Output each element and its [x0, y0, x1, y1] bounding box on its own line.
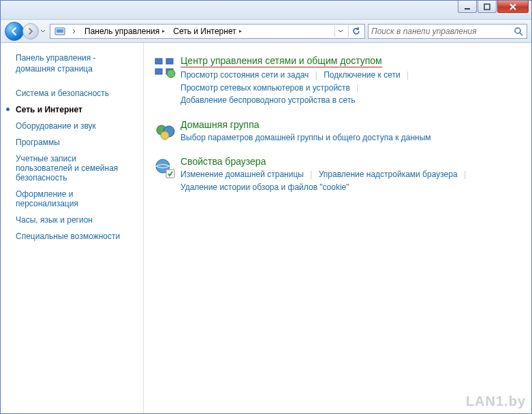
sublinks-row: Просмотр состояния сети и задач | Подклю… [181, 69, 519, 82]
nav-arrows [5, 22, 47, 41]
link-change-homepage[interactable]: Изменение домашней страницы [181, 170, 304, 179]
svg-rect-0 [465, 8, 470, 10]
close-button[interactable] [497, 1, 529, 13]
browser-icon [151, 156, 181, 193]
sidebar-item-network[interactable]: Сеть и Интернет [16, 101, 134, 118]
svg-point-10 [167, 69, 175, 78]
link-view-status[interactable]: Просмотр состояния сети и задач [181, 70, 309, 80]
watermark: LAN1.by [466, 394, 526, 409]
history-dropdown[interactable] [39, 22, 47, 41]
refresh-button[interactable] [348, 24, 363, 39]
search-input[interactable] [371, 27, 513, 36]
chevron-right-icon: ▸ [162, 28, 165, 34]
link-connect[interactable]: Подключение к сети [324, 70, 400, 80]
link-delete-history[interactable]: Удаление истории обзора и файлов "cookie… [181, 182, 349, 192]
maximize-button[interactable] [478, 1, 497, 13]
sidebar-item-appearance[interactable]: Оформление и персонализация [16, 186, 134, 212]
section-browser: Свойства браузера Изменение домашней стр… [151, 156, 519, 193]
sidebar-item-users[interactable]: Учетные записи пользователей и семейная … [16, 150, 134, 186]
control-panel-icon [54, 26, 65, 37]
link-manage-addons[interactable]: Управление надстройками браузера [319, 170, 458, 179]
breadcrumb-label: Панель управления [84, 27, 159, 36]
separator: | [407, 70, 409, 80]
sublinks-row: Изменение домашней страницы | Управление… [181, 168, 519, 181]
section-body: Свойства браузера Изменение домашней стр… [181, 156, 519, 193]
search-icon[interactable] [513, 26, 524, 37]
forward-button[interactable] [22, 23, 39, 39]
sidebar-item-system[interactable]: Система и безопасность [16, 85, 134, 101]
section-homegroup: Домашняя группа Выбор параметров домашне… [151, 119, 519, 144]
link-add-wireless[interactable]: Добавление беспроводного устройства в се… [181, 95, 356, 105]
chevron-right-icon: ▸ [239, 28, 242, 34]
svg-rect-7 [166, 59, 173, 64]
svg-rect-6 [155, 59, 162, 64]
svg-line-5 [520, 33, 522, 35]
svg-rect-8 [155, 69, 162, 74]
breadcrumb-item-network[interactable]: Сеть и Интернет ▸ [169, 25, 245, 38]
sidebar-item-programs[interactable]: Программы [16, 134, 134, 150]
breadcrumb-label: Сеть и Интернет [173, 27, 236, 36]
sidebar-item-hardware[interactable]: Оборудование и звук [16, 118, 134, 134]
section-body: Домашняя группа Выбор параметров домашне… [181, 119, 519, 144]
sidebar-home-link[interactable]: Панель управления - домашняя страница [16, 52, 134, 74]
section-title-network-sharing[interactable]: Центр управления сетями и общим доступом [181, 55, 382, 67]
sidebar-item-accessibility[interactable]: Специальные возможности [16, 228, 134, 244]
sublinks-row: Удаление истории обзора и файлов "cookie… [181, 181, 519, 194]
svg-rect-3 [57, 29, 63, 33]
sublinks-row: Просмотр сетевых компьютеров и устройств… [181, 82, 519, 95]
link-homegroup-params[interactable]: Выбор параметров домашней группы и общег… [181, 133, 431, 142]
breadcrumb-item-control-panel[interactable]: Панель управления ▸ [80, 25, 169, 38]
breadcrumb: Панель управления ▸ Сеть и Интернет ▸ [80, 25, 332, 38]
content-area: Панель управления - домашняя страница Си… [1, 43, 531, 413]
main-panel: Центр управления сетями и общим доступом… [144, 43, 531, 413]
sublinks-row: Добавление беспроводного устройства в се… [181, 94, 519, 107]
network-sharing-icon [151, 55, 181, 107]
minimize-button[interactable] [458, 1, 477, 13]
section-title-homegroup[interactable]: Домашняя группа [181, 119, 260, 130]
address-bar[interactable]: Панель управления ▸ Сеть и Интернет ▸ [50, 24, 365, 39]
link-view-computers[interactable]: Просмотр сетевых компьютеров и устройств [181, 83, 350, 93]
separator: | [356, 83, 358, 93]
sublinks-row: Выбор параметров домашней группы и общег… [181, 131, 519, 144]
svg-rect-1 [484, 4, 490, 10]
separator: | [310, 170, 312, 179]
window-controls [457, 1, 529, 14]
back-button[interactable] [5, 22, 24, 41]
svg-point-13 [161, 131, 169, 140]
section-network-sharing: Центр управления сетями и общим доступом… [151, 55, 519, 107]
chevron-right-icon[interactable] [71, 26, 78, 37]
section-title-browser[interactable]: Свойства браузера [181, 156, 266, 167]
sidebar: Панель управления - домашняя страница Си… [1, 43, 144, 413]
svg-point-4 [515, 28, 520, 33]
navigation-bar: Панель управления ▸ Сеть и Интернет ▸ [1, 20, 531, 43]
address-dropdown[interactable] [334, 26, 345, 37]
separator: | [464, 170, 466, 179]
sidebar-item-clock[interactable]: Часы, язык и регион [16, 212, 134, 228]
section-body: Центр управления сетями и общим доступом… [181, 55, 519, 107]
separator: | [315, 70, 317, 80]
homegroup-icon [151, 119, 181, 144]
window-titlebar [1, 1, 531, 20]
search-box[interactable] [368, 24, 527, 39]
